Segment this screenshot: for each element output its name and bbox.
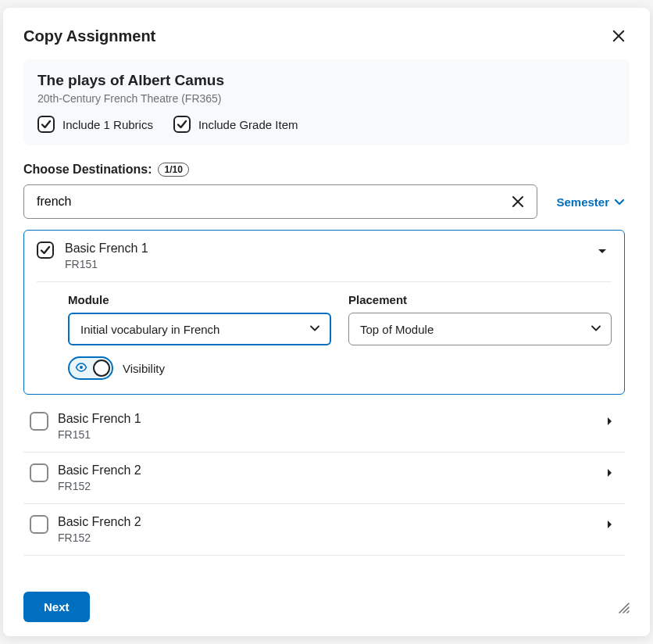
dialog-footer: Next [23, 579, 630, 622]
copy-assignment-dialog: Copy Assignment The plays of Albert Camu… [3, 8, 650, 636]
clear-search-button[interactable] [507, 191, 529, 213]
destination-code: FR152 [58, 480, 600, 492]
placement-select[interactable]: Top of Module [348, 313, 612, 345]
destination-checkbox[interactable] [30, 515, 48, 534]
close-icon [612, 29, 625, 43]
svg-point-0 [80, 366, 83, 369]
destination-item[interactable]: Basic French 1 FR151 [23, 401, 625, 453]
chevron-down-icon [614, 196, 625, 207]
expand-button[interactable] [600, 412, 619, 426]
destination-row[interactable]: Basic French 1 FR151 [37, 242, 612, 282]
include-grade-option[interactable]: Include Grade Item [173, 116, 298, 133]
destination-item-expanded: Basic French 1 FR151 Module Initial voca… [23, 230, 625, 395]
semester-label: Semester [556, 195, 609, 209]
eye-icon [75, 363, 87, 372]
destination-code: FR151 [58, 428, 600, 441]
caret-right-icon [605, 520, 613, 529]
collapse-button[interactable] [593, 242, 612, 256]
destination-detail: Module Initial vocabulary in French Plac… [37, 282, 612, 380]
module-label: Module [68, 293, 331, 306]
destination-info: Basic French 1 FR151 [58, 412, 600, 441]
dialog-header: Copy Assignment [23, 25, 630, 47]
destination-checkbox[interactable] [30, 412, 48, 431]
destination-checkbox[interactable] [30, 463, 48, 482]
visibility-row: Visibility [68, 356, 612, 380]
resize-handle[interactable] [617, 601, 630, 614]
source-assignment-card: The plays of Albert Camus 20th-Century F… [23, 59, 630, 145]
visibility-toggle[interactable] [68, 356, 113, 380]
chevron-down-icon [591, 323, 601, 334]
checkmark-icon [177, 119, 187, 130]
expand-button[interactable] [600, 463, 619, 478]
next-button[interactable]: Next [23, 592, 90, 622]
destination-item-partial [23, 556, 625, 567]
include-rubrics-checkbox[interactable] [37, 116, 55, 133]
include-options-row: Include 1 Rubrics Include Grade Item [37, 116, 616, 133]
destination-checkbox[interactable] [37, 242, 54, 259]
destination-info: Basic French 2 FR152 [58, 515, 600, 544]
checkmark-icon [41, 119, 52, 130]
visibility-label: Visibility [123, 362, 165, 375]
include-grade-label: Include Grade Item [198, 118, 298, 131]
destinations-header: Choose Destinations: 1/10 [23, 163, 630, 177]
caret-right-icon [605, 468, 613, 478]
destination-name: Basic French 2 [58, 463, 600, 478]
caret-down-icon [598, 246, 607, 256]
expand-button[interactable] [600, 515, 619, 529]
search-row: Semester [23, 184, 630, 219]
resize-icon [617, 601, 630, 614]
include-rubrics-option[interactable]: Include 1 Rubrics [37, 116, 153, 133]
chevron-down-icon [309, 323, 320, 334]
include-rubrics-label: Include 1 Rubrics [62, 118, 153, 131]
destination-item[interactable]: Basic French 2 FR152 [23, 453, 625, 504]
destination-name: Basic French 2 [58, 515, 600, 529]
destinations-label: Choose Destinations: [23, 163, 152, 177]
checkmark-icon [40, 245, 51, 256]
source-title: The plays of Albert Camus [37, 72, 616, 89]
destination-code: FR152 [58, 531, 600, 544]
destination-item[interactable]: Basic French 2 FR152 [23, 504, 625, 556]
toggle-knob [93, 360, 110, 377]
include-grade-checkbox[interactable] [173, 116, 191, 133]
placement-value: Top of Module [360, 323, 434, 336]
search-box[interactable] [23, 184, 537, 219]
destinations-count-badge: 1/10 [158, 163, 188, 177]
destinations-list[interactable]: Basic French 1 FR151 Module Initial voca… [23, 230, 630, 579]
module-value: Initial vocabulary in French [80, 323, 219, 336]
destination-info: Basic French 1 FR151 [65, 242, 593, 270]
close-icon [512, 195, 524, 208]
caret-right-icon [605, 417, 613, 426]
source-subtitle: 20th-Century French Theatre (FR365) [37, 92, 616, 105]
destination-code: FR151 [65, 258, 593, 270]
placement-label: Placement [348, 293, 612, 306]
semester-filter-button[interactable]: Semester [551, 195, 630, 209]
close-button[interactable] [608, 25, 630, 47]
destination-info: Basic French 2 FR152 [58, 463, 600, 492]
module-select[interactable]: Initial vocabulary in French [68, 313, 331, 345]
dialog-title: Copy Assignment [23, 27, 155, 45]
destination-name: Basic French 1 [65, 242, 593, 256]
search-input[interactable] [35, 194, 507, 209]
destination-name: Basic French 1 [58, 412, 600, 426]
